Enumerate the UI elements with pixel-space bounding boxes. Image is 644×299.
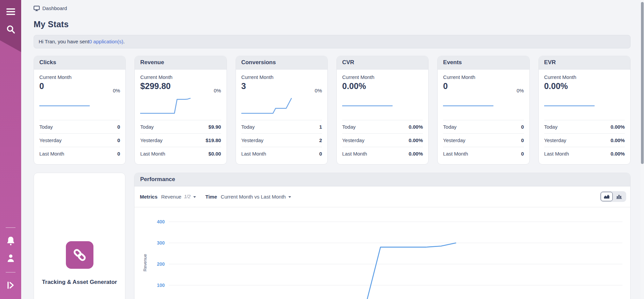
stat-row-label: Today	[39, 124, 53, 130]
stat-row-label: Today	[544, 124, 558, 130]
main-content: Dashboard My Stats Hi Tran, you have sen…	[21, 0, 644, 299]
sidebar-divider	[6, 227, 15, 228]
stat-card-title: Revenue	[140, 59, 164, 66]
stat-card-header: Events	[438, 56, 529, 70]
stat-row: Yesterday0.00%	[544, 133, 625, 147]
expand-icon[interactable]	[0, 281, 21, 290]
stat-row-value: 0	[117, 151, 120, 157]
current-month-value: 0	[39, 81, 120, 91]
sparkline-chart	[241, 97, 322, 115]
stat-row-value: 0.00%	[610, 137, 625, 143]
sidebar	[0, 0, 21, 299]
stat-row-value: 0	[117, 124, 120, 130]
stat-row-value: 0.00%	[610, 151, 625, 157]
percent-change: 0%	[517, 88, 524, 93]
stat-card: EVR Current Month 0.00% Today0.00%Yester…	[538, 56, 631, 165]
svg-text:300: 300	[157, 240, 165, 246]
bottom-row: Tracking & Asset Generator Performance M…	[34, 173, 631, 299]
notice-suffix: .	[123, 39, 125, 44]
line-chart-canvas: 100200300400Revenue	[134, 207, 630, 299]
stat-rows: Today0.00%Yesterday0.00%Last Month0.00%	[544, 120, 625, 160]
monitor-icon	[34, 6, 40, 11]
metrics-value: Revenue	[161, 194, 182, 200]
stat-row-label: Last Month	[544, 151, 569, 157]
stat-row-value: 0.00%	[610, 124, 625, 130]
current-month-value: 0	[443, 81, 524, 91]
stat-row: Yesterday$19.80	[140, 133, 221, 147]
breadcrumb[interactable]: Dashboard	[21, 0, 644, 11]
stat-card-title: Clicks	[39, 59, 56, 66]
stat-card-title: CVR	[342, 59, 354, 66]
link-icon	[66, 241, 93, 269]
bell-icon[interactable]	[0, 236, 21, 246]
stat-card-header: Clicks	[34, 56, 125, 70]
stat-row-label: Today	[443, 124, 456, 130]
stat-row-value: 0	[521, 151, 524, 157]
svg-text:400: 400	[157, 219, 165, 224]
current-month-value: 0.00%	[342, 81, 423, 91]
percent-change: 0%	[315, 88, 322, 93]
chevron-down-icon	[193, 196, 196, 198]
stat-row: Yesterday0.00%	[342, 133, 423, 147]
hamburger-icon[interactable]	[0, 8, 21, 15]
line-chart-toggle-button[interactable]	[601, 192, 613, 201]
stat-card-body: Current Month 0.00% Today0.00%Yesterday0…	[539, 74, 630, 160]
sparkline-chart	[342, 97, 423, 115]
stat-row: Today0	[39, 120, 120, 133]
vertical-scrollbar	[641, 0, 644, 299]
stat-card-title: Conversions	[241, 59, 276, 66]
stat-row-label: Yesterday	[544, 137, 566, 143]
stat-card-header: EVR	[539, 56, 630, 70]
stat-row-value: 0.00%	[409, 137, 423, 143]
stat-row-label: Last Month	[342, 151, 367, 157]
performance-chart: 100200300400Revenue	[134, 207, 630, 299]
stat-row: Today0.00%	[544, 120, 625, 133]
current-month-label: Current Month	[241, 74, 322, 80]
notice-banner: Hi Tran, you have sent 0 application(s).	[34, 35, 631, 48]
stat-row-label: Today	[342, 124, 356, 130]
stat-rows: Today0Yesterday0Last Month0	[443, 120, 524, 160]
stat-rows: Today$9.90Yesterday$19.80Last Month$0.00	[140, 120, 221, 160]
search-icon[interactable]	[0, 25, 21, 34]
stat-row-value: $19.80	[206, 137, 221, 143]
stat-card: CVR Current Month 0.00% Today0.00%Yester…	[336, 56, 429, 165]
stat-card-title: Events	[443, 59, 462, 66]
current-month-label: Current Month	[544, 74, 625, 80]
user-icon[interactable]	[0, 254, 21, 263]
sparkline-chart	[544, 97, 625, 115]
stat-rows: Today1Yesterday2Last Month0	[241, 120, 322, 160]
current-month-label: Current Month	[342, 74, 423, 80]
percent-change: 0%	[214, 88, 221, 93]
stat-card-body: Current Month 0.00% Today0.00%Yesterday0…	[337, 74, 428, 160]
stat-row: Today0	[443, 120, 524, 133]
stat-card-header: Revenue	[135, 56, 226, 70]
stat-card: Revenue Current Month $299.80 0% Today$9…	[134, 56, 227, 165]
stat-row: Today0.00%	[342, 120, 423, 133]
chevron-down-icon	[288, 196, 291, 198]
stat-row: Yesterday0	[39, 133, 120, 147]
stat-card-body: Current Month 0 0% Today0Yesterday0Last …	[438, 74, 529, 160]
stat-row: Today$9.90	[140, 120, 221, 133]
bar-chart-toggle-button[interactable]	[613, 192, 626, 201]
svg-text:100: 100	[157, 283, 165, 288]
metrics-dropdown[interactable]: Revenue 1/2	[161, 194, 196, 200]
scrollbar-thumb[interactable]	[641, 2, 644, 164]
stat-row: Today1	[241, 120, 322, 133]
stat-row-label: Yesterday	[241, 137, 264, 143]
stat-card-body: Current Month 0 0% Today0Yesterday0Last …	[34, 74, 125, 160]
current-month-value: 0.00%	[544, 81, 625, 91]
stat-row-value: $0.00	[208, 151, 221, 157]
sidebar-divider	[6, 272, 15, 272]
stat-row-value: 2	[319, 137, 322, 143]
tracking-asset-generator-card[interactable]: Tracking & Asset Generator	[34, 173, 125, 299]
stat-row-value: 1	[319, 124, 322, 130]
stat-card: Conversions Current Month 3 0% Today1Yes…	[236, 56, 328, 165]
time-label: Time	[205, 194, 217, 200]
applications-link[interactable]: 0 application(s)	[89, 39, 123, 44]
stat-card: Clicks Current Month 0 0% Today0Yesterda…	[34, 56, 126, 165]
stat-row: Yesterday0	[443, 133, 524, 147]
metrics-label: Metrics	[140, 194, 158, 200]
stat-row-label: Yesterday	[443, 137, 465, 143]
stat-row-label: Last Month	[443, 151, 468, 157]
time-dropdown[interactable]: Current Month vs Last Month	[221, 194, 291, 200]
